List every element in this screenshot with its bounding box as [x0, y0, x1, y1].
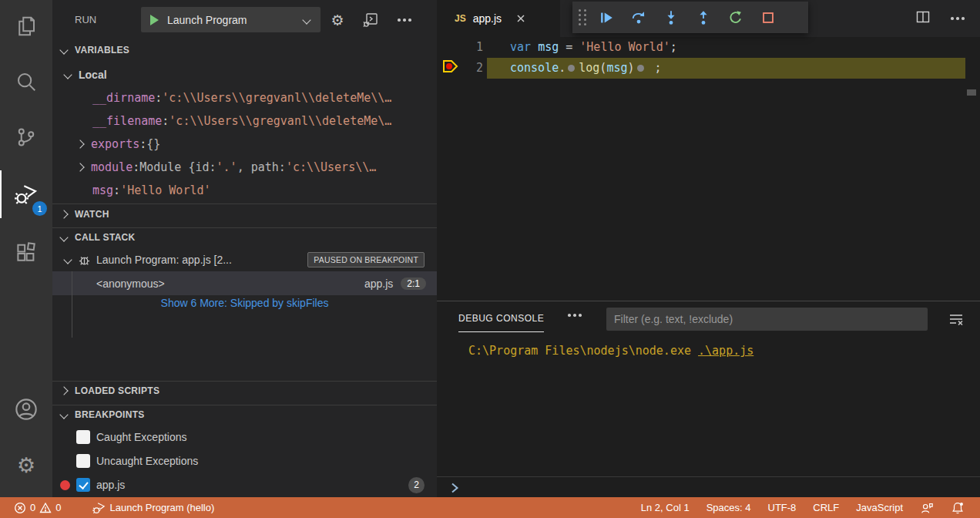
chevron-down-icon — [59, 233, 68, 241]
breakpoint-row-caught[interactable]: Caught Exceptions — [52, 426, 437, 449]
repl-input[interactable] — [448, 481, 461, 498]
inline-breakpoint-candidate-icon[interactable] — [568, 65, 575, 72]
open-debug-console-button[interactable] — [360, 9, 381, 31]
breakpoint-row-uncaught[interactable]: Uncaught Exceptions — [52, 449, 437, 473]
scope-row-local[interactable]: Local — [52, 63, 437, 86]
bell-icon — [951, 501, 965, 515]
chevron-right-icon — [59, 386, 68, 395]
tab-label: app.js — [473, 12, 502, 25]
inline-breakpoint-candidate-icon[interactable] — [637, 65, 644, 72]
more-actions-icon — [398, 18, 411, 22]
debug-console-icon — [362, 12, 379, 29]
variable-row[interactable]: exports: {} — [52, 133, 437, 156]
section-watch[interactable]: WATCH — [52, 204, 437, 224]
encoding: UTF-8 — [768, 502, 797, 513]
section-variables[interactable]: VARIABLES — [52, 41, 437, 59]
debug-toolbar — [572, 2, 808, 33]
editor-more-actions-button[interactable] — [951, 17, 965, 20]
variable-value: 'c:\\Users\\gregvanl\\deleteMe\… — [169, 114, 391, 128]
more-actions-icon — [951, 17, 965, 20]
account-icon — [14, 397, 39, 422]
token-string: 'Hello World' — [579, 40, 670, 54]
section-call-stack[interactable]: CALL STACK — [52, 227, 437, 246]
show-more-link[interactable]: Show 6 More: Skipped by skipFiles — [52, 297, 437, 317]
separator: : — [113, 183, 120, 197]
encoding-button[interactable]: UTF-8 — [764, 497, 801, 518]
activity-bar: 1 ⚙ — [0, 0, 52, 497]
console-output-link[interactable]: .\app.js — [698, 344, 753, 358]
eol-button[interactable]: CRLF — [808, 497, 844, 518]
run-view-header: RUN Launch Program ⚙ — [52, 0, 437, 39]
split-editor-icon — [915, 9, 931, 25]
split-editor-button[interactable] — [915, 9, 931, 28]
settings-button[interactable]: ⚙ — [0, 446, 52, 486]
variable-name: __dirname — [92, 91, 155, 105]
cursor-position-button[interactable]: Ln 2, Col 1 — [636, 497, 694, 518]
step-out-button[interactable] — [687, 4, 720, 32]
panel-more-actions-button[interactable] — [568, 314, 582, 317]
chevron-right-icon — [76, 140, 84, 148]
chevron-right-icon — [76, 163, 84, 171]
step-over-button[interactable] — [623, 4, 655, 32]
section-loaded-scripts[interactable]: LOADED SCRIPTS — [52, 381, 437, 399]
sidebar-item-extensions[interactable] — [0, 234, 52, 274]
variable-name: module — [91, 160, 133, 174]
close-icon[interactable] — [514, 12, 528, 25]
status-bar: 0 0 Launch Program (hello) Ln 2, Col 1 S… — [0, 497, 980, 518]
accounts-button[interactable] — [0, 389, 52, 429]
clear-console-button[interactable] — [948, 311, 965, 331]
run-debug-sidebar: RUN Launch Program ⚙ VARIABLES — [52, 0, 437, 497]
problems-button[interactable]: 0 0 — [9, 497, 65, 518]
launch-config-dropdown[interactable]: Launch Program — [141, 7, 321, 32]
variable-value: 'Hello World' — [120, 183, 210, 197]
chevron-down-icon — [63, 70, 72, 79]
variable-row[interactable]: msg: 'Hello World' — [52, 179, 437, 202]
debug-session-row[interactable]: Launch Program: app.js [2... PAUSED ON B… — [52, 248, 437, 271]
views-more-actions-button[interactable] — [394, 9, 415, 31]
variable-row[interactable]: __dirname: 'c:\\Users\\gregvanl\\deleteM… — [52, 86, 437, 109]
language-mode-button[interactable]: JavaScript — [851, 497, 908, 518]
warning-count: 0 — [55, 502, 61, 513]
indentation-button[interactable]: Spaces: 4 — [702, 497, 756, 518]
debug-status-button[interactable]: Launch Program (hello) — [87, 497, 219, 518]
cursor-position: Ln 2, Col 1 — [641, 502, 690, 513]
vscode-window: 1 ⚙ RUN Launch Program — [0, 0, 980, 518]
continue-button[interactable] — [590, 4, 623, 32]
scope-label: Local — [79, 69, 107, 81]
checkbox-checked[interactable] — [76, 478, 90, 492]
search-icon — [15, 70, 38, 93]
restart-button[interactable] — [720, 4, 752, 32]
checkbox-unchecked[interactable] — [76, 430, 90, 444]
sidebar-item-search[interactable] — [0, 62, 52, 102]
chevron-right-icon — [448, 481, 461, 495]
checkbox-unchecked[interactable] — [76, 454, 90, 468]
configure-gear-button[interactable]: ⚙ — [327, 9, 348, 31]
tab-app-js[interactable]: JS app.js — [437, 0, 560, 37]
variable-name: msg — [92, 183, 113, 197]
separator: : — [139, 137, 146, 151]
stack-frame-row[interactable]: <anonymous> app.js 2:1 — [52, 271, 437, 295]
step-into-button[interactable] — [655, 4, 687, 32]
frame-position-badge: 2:1 — [401, 278, 426, 290]
token-variable: msg — [538, 40, 559, 54]
section-breakpoints[interactable]: BREAKPOINTS — [52, 405, 437, 423]
token-punctuation: ; — [670, 40, 677, 54]
stop-button[interactable] — [752, 4, 784, 32]
code-line-2: console.log(msg) ; — [510, 58, 662, 79]
code-editor[interactable]: 1 2 var msg = 'Hello World'; console.log… — [437, 37, 980, 301]
toolbar-drag-handle[interactable] — [579, 9, 587, 25]
notifications-button[interactable] — [946, 497, 969, 518]
feedback-button[interactable] — [915, 497, 938, 518]
console-filter-input[interactable] — [606, 308, 928, 331]
sidebar-item-run-debug[interactable]: 1 — [0, 170, 52, 218]
variable-row[interactable]: __filename: 'c:\\Users\\gregvanl\\delete… — [52, 109, 437, 133]
sidebar-item-explorer[interactable] — [0, 6, 52, 46]
variable-value: '.' — [216, 160, 237, 174]
breakpoint-row-file[interactable]: app.js 2 — [52, 473, 437, 497]
variable-row[interactable]: module: Module {id: '.', path: 'c:\\User… — [52, 156, 437, 179]
active-view-indicator — [0, 170, 2, 218]
gear-icon: ⚙ — [331, 13, 344, 28]
tab-debug-console[interactable]: DEBUG CONSOLE — [458, 301, 544, 335]
sidebar-item-source-control[interactable] — [0, 117, 52, 157]
editor-scrollbar[interactable] — [967, 89, 976, 96]
